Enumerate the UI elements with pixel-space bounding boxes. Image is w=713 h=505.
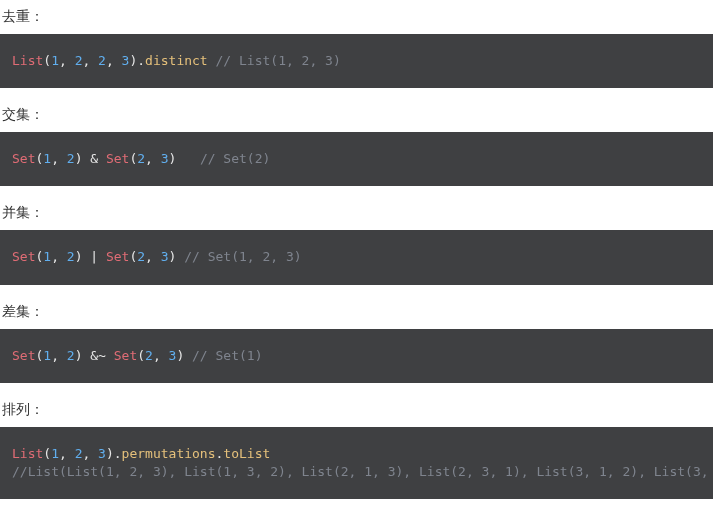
gap [0, 285, 713, 295]
code-token-op: &~ [90, 348, 106, 363]
code-token-num: 1 [43, 151, 51, 166]
section-label: 排列： [0, 393, 713, 427]
code-block: Set(1, 2) &~ Set(2, 3) // Set(1) [0, 329, 713, 383]
code-token-punc: , [59, 53, 75, 68]
code-token-num: 2 [145, 348, 153, 363]
code-token-method: distinct [145, 53, 208, 68]
code-token-num: 2 [67, 348, 75, 363]
code-block: List(1, 2, 2, 3).distinct // List(1, 2, … [0, 34, 713, 88]
code-token-num: 1 [51, 446, 59, 461]
code-token-kw: Set [12, 348, 35, 363]
code-token-punc: , [145, 151, 161, 166]
code-token-punc [98, 249, 106, 264]
code-token-punc: ) [176, 348, 192, 363]
code-token-punc: , [51, 348, 67, 363]
code-token-punc: ) [169, 249, 185, 264]
gap [0, 186, 713, 196]
section-label: 并集： [0, 196, 713, 230]
code-token-op: | [90, 249, 98, 264]
code-token-punc [98, 151, 106, 166]
code-token-num: 2 [98, 53, 106, 68]
code-token-punc: ) [75, 151, 91, 166]
code-token-punc: , [153, 348, 169, 363]
code-token-punc: ). [129, 53, 145, 68]
code-token-punc: ( [43, 53, 51, 68]
code-token-kw: Set [106, 151, 129, 166]
section-label: 交集： [0, 98, 713, 132]
code-token-punc: ) [75, 249, 91, 264]
code-token-num: 3 [98, 446, 106, 461]
code-block: Set(1, 2) | Set(2, 3) // Set(1, 2, 3) [0, 230, 713, 284]
code-token-method: permutations [122, 446, 216, 461]
code-token-punc: , [82, 446, 98, 461]
code-token-cmt: // Set(1) [192, 348, 262, 363]
code-token-kw: Set [12, 151, 35, 166]
section-label: 差集： [0, 295, 713, 329]
gap [0, 88, 713, 98]
code-token-punc: ( [43, 446, 51, 461]
code-token-punc [106, 348, 114, 363]
code-token-num: 1 [51, 53, 59, 68]
code-token-cmt: //List(List(1, 2, 3), List(1, 3, 2), Lis… [12, 464, 713, 479]
code-token-cmt: // Set(1, 2, 3) [184, 249, 301, 264]
code-token-num: 1 [43, 348, 51, 363]
code-token-op: & [90, 151, 98, 166]
code-token-punc: , [59, 446, 75, 461]
code-token-kw: Set [106, 249, 129, 264]
code-token-punc [208, 53, 216, 68]
code-token-punc: , [51, 249, 67, 264]
code-token-punc: ). [106, 446, 122, 461]
code-token-cmt: // Set(2) [200, 151, 270, 166]
code-token-punc: , [145, 249, 161, 264]
code-token-punc: , [51, 151, 67, 166]
code-token-num: 2 [137, 151, 145, 166]
code-token-punc: , [82, 53, 98, 68]
gap [0, 383, 713, 393]
code-token-punc: , [106, 53, 122, 68]
code-token-num: 2 [67, 249, 75, 264]
code-token-cmt: // List(1, 2, 3) [216, 53, 341, 68]
code-token-kw: Set [114, 348, 137, 363]
code-token-punc: ) [169, 151, 200, 166]
code-block: List(1, 2, 3).permutations.toList //List… [0, 427, 713, 499]
code-token-punc: ( [137, 348, 145, 363]
code-token-kw: Set [12, 249, 35, 264]
code-token-num: 3 [161, 151, 169, 166]
code-token-num: 1 [43, 249, 51, 264]
document-root: 去重：List(1, 2, 2, 3).distinct // List(1, … [0, 0, 713, 505]
code-token-num: 3 [161, 249, 169, 264]
code-token-num: 2 [67, 151, 75, 166]
code-token-punc: ) [75, 348, 91, 363]
code-token-kw: List [12, 446, 43, 461]
code-token-kw: List [12, 53, 43, 68]
code-block: Set(1, 2) & Set(2, 3) // Set(2) [0, 132, 713, 186]
gap [0, 499, 713, 505]
code-token-method: toList [223, 446, 270, 461]
code-token-num: 2 [137, 249, 145, 264]
section-label: 去重： [0, 0, 713, 34]
